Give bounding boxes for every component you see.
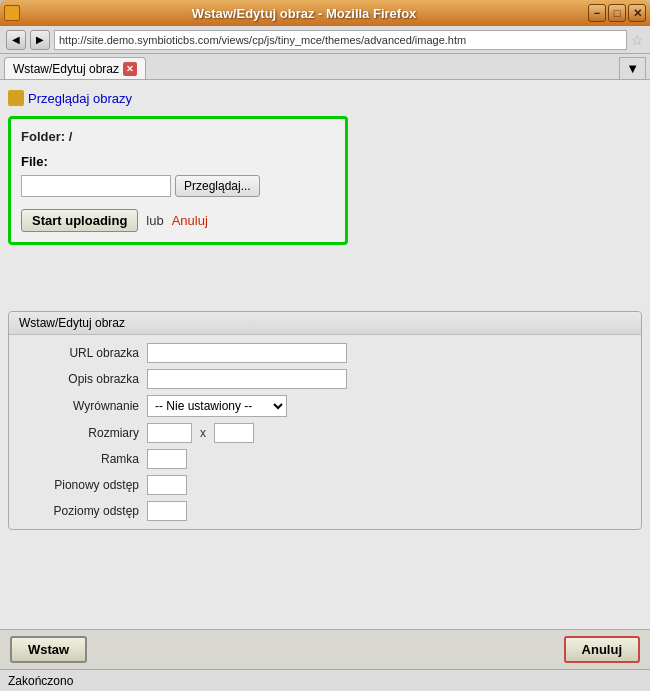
tab-close-button[interactable]: ✕ — [123, 62, 137, 76]
forward-button[interactable]: ▶ — [30, 30, 50, 50]
status-text: Zakończono — [8, 674, 73, 688]
title-bar-controls: − □ ✕ — [588, 4, 646, 22]
cancel-link[interactable]: Anuluj — [172, 213, 208, 228]
page-tab[interactable]: Wstaw/Edytuj obraz ✕ — [4, 57, 146, 79]
ramka-label: Ramka — [19, 452, 139, 466]
pionowy-row: Pionowy odstęp — [19, 475, 631, 495]
file-text-input[interactable] — [21, 175, 171, 197]
size-separator: x — [200, 426, 206, 440]
folder-value: / — [69, 129, 73, 144]
tab-label: Wstaw/Edytuj obraz — [13, 62, 119, 76]
url-label: URL obrazka — [19, 346, 139, 360]
firefox-icon — [4, 5, 20, 21]
folder-label: Folder: — [21, 129, 65, 144]
opis-input[interactable] — [147, 369, 347, 389]
breadcrumb-link[interactable]: Przeglądaj obrazy — [28, 91, 132, 106]
start-upload-button[interactable]: Start uploading — [21, 209, 138, 232]
anuluj-button[interactable]: Anuluj — [564, 636, 640, 663]
title-bar-left — [4, 5, 20, 21]
maximize-button[interactable]: □ — [608, 4, 626, 22]
wyrownanie-row: Wyrównanie -- Nie ustawiony -- Lewo Praw… — [19, 395, 631, 417]
browser-window: Wstaw/Edytuj obraz - Mozilla Firefox − □… — [0, 0, 650, 691]
address-input[interactable] — [54, 30, 627, 50]
file-label: File: — [21, 154, 335, 169]
upload-panel: Folder: / File: Przeglądaj... Start uplo… — [8, 116, 348, 245]
wstaw-button[interactable]: Wstaw — [10, 636, 87, 663]
status-bar: Zakończono — [0, 669, 650, 691]
content-area: Przeglądaj obrazy Folder: / File: Przegl… — [0, 80, 650, 629]
tab-bar: Wstaw/Edytuj obraz ✕ ▼ — [0, 54, 650, 80]
poziomy-input[interactable] — [147, 501, 187, 521]
spacer — [8, 253, 642, 303]
height-input[interactable] — [214, 423, 254, 443]
lub-text: lub — [146, 213, 163, 228]
browse-button[interactable]: Przeglądaj... — [175, 175, 260, 197]
url-input[interactable] — [147, 343, 347, 363]
poziomy-label: Poziomy odstęp — [19, 504, 139, 518]
rozmiary-label: Rozmiary — [19, 426, 139, 440]
form-panel-title: Wstaw/Edytuj obraz — [9, 312, 641, 335]
pionowy-input[interactable] — [147, 475, 187, 495]
width-input[interactable] — [147, 423, 192, 443]
svg-rect-0 — [10, 95, 22, 103]
window-title: Wstaw/Edytuj obraz - Mozilla Firefox — [20, 6, 588, 21]
ramka-input[interactable] — [147, 449, 187, 469]
breadcrumb: Przeglądaj obrazy — [8, 88, 642, 108]
ramka-row: Ramka — [19, 449, 631, 469]
pionowy-label: Pionowy odstęp — [19, 478, 139, 492]
form-body: URL obrazka Opis obrazka Wyrównanie -- N… — [9, 335, 641, 529]
upload-action-row: Start uploading lub Anuluj — [21, 209, 335, 232]
image-form-panel: Wstaw/Edytuj obraz URL obrazka Opis obra… — [8, 311, 642, 530]
poziomy-row: Poziomy odstęp — [19, 501, 631, 521]
wyrownanie-select[interactable]: -- Nie ustawiony -- Lewo Prawo Góra Dół — [147, 395, 287, 417]
url-row: URL obrazka — [19, 343, 631, 363]
bookmark-star-icon[interactable]: ☆ — [631, 32, 644, 48]
address-bar: ◀ ▶ ☆ — [0, 26, 650, 54]
rozmiary-row: Rozmiary x — [19, 423, 631, 443]
svg-rect-1 — [10, 93, 15, 96]
close-button[interactable]: ✕ — [628, 4, 646, 22]
folder-row: Folder: / — [21, 129, 335, 144]
wyrownanie-label: Wyrównanie — [19, 399, 139, 413]
file-input-row: Przeglądaj... — [21, 175, 335, 197]
back-button[interactable]: ◀ — [6, 30, 26, 50]
bottom-buttons: Wstaw Anuluj — [0, 629, 650, 669]
minimize-button[interactable]: − — [588, 4, 606, 22]
folder-icon — [8, 90, 24, 106]
file-row: File: Przeglądaj... — [21, 154, 335, 197]
opis-label: Opis obrazka — [19, 372, 139, 386]
tab-dropdown-button[interactable]: ▼ — [619, 57, 646, 79]
opis-row: Opis obrazka — [19, 369, 631, 389]
title-bar: Wstaw/Edytuj obraz - Mozilla Firefox − □… — [0, 0, 650, 26]
